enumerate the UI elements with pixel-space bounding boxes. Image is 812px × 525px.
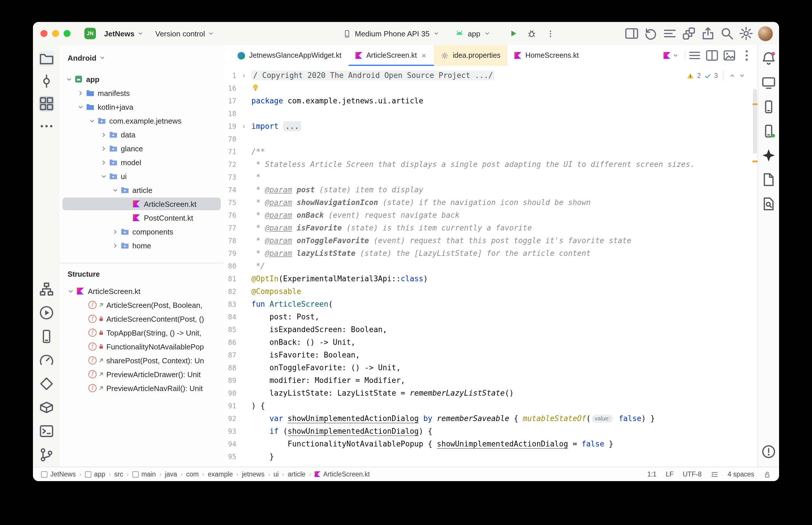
- code-line[interactable]: 82@Composable: [224, 285, 751, 298]
- code-line[interactable]: 75 * @param showNavigationIcon (state) i…: [224, 196, 751, 209]
- structure-item[interactable]: fTopAppBar(String, () -> Unit,: [60, 326, 224, 340]
- code-line[interactable]: 91) {: [224, 400, 751, 412]
- file-encoding[interactable]: UTF-8: [683, 471, 702, 478]
- terminal-toolwindow-button[interactable]: [39, 423, 54, 439]
- chevron-down-icon[interactable]: [484, 30, 491, 37]
- device-manager-button[interactable]: [39, 329, 54, 344]
- structure-root-item[interactable]: ArticleScreen.kt: [60, 284, 224, 298]
- running-devices-button[interactable]: [761, 75, 776, 90]
- code-line[interactable]: 92 var showUnimplementedActionDialog by …: [224, 412, 751, 425]
- chevron-right-icon[interactable]: [100, 131, 107, 138]
- share-icon[interactable]: [700, 26, 715, 41]
- editor-options-button[interactable]: [740, 48, 754, 62]
- debug-button[interactable]: [524, 26, 539, 41]
- breadcrumb-item[interactable]: com: [186, 471, 198, 478]
- code-line[interactable]: 73 *: [224, 171, 751, 184]
- editor-tab[interactable]: JetnewsGlanceAppWidget.kt: [231, 45, 349, 66]
- breadcrumb-item[interactable]: jetnews: [242, 471, 264, 478]
- build-toolwindow-button[interactable]: [39, 281, 54, 297]
- problems-toolwindow-button[interactable]: [761, 444, 776, 459]
- hidden-tabs-dropdown[interactable]: [660, 45, 682, 66]
- vcs-menu[interactable]: Version control: [152, 26, 218, 41]
- chevron-right-icon[interactable]: [112, 242, 119, 249]
- readonly-lock-icon[interactable]: [764, 470, 771, 478]
- avatar[interactable]: [758, 26, 773, 41]
- code-line[interactable]: 77 * @param isFavorite (state) is this i…: [224, 222, 751, 235]
- profiler-button[interactable]: [39, 352, 54, 368]
- breadcrumb-item[interactable]: java: [165, 471, 177, 478]
- code-line[interactable]: 74 * @param post (state) item to display: [224, 184, 751, 196]
- preview-button[interactable]: [722, 48, 736, 62]
- inspections-widget[interactable]: 23: [686, 70, 745, 81]
- code-line[interactable]: 78 * @param onToggleFavorite (event) req…: [224, 235, 751, 247]
- code-line[interactable]: 70: [224, 133, 751, 146]
- code-line[interactable]: 88 onToggleFavorite: () -> Unit,: [224, 362, 751, 374]
- scrollbar-thumb[interactable]: [753, 89, 757, 154]
- code-line[interactable]: 87 isFavorite: Boolean,: [224, 349, 751, 362]
- structure-toolwindow-button[interactable]: [39, 96, 54, 111]
- project-tree-item[interactable]: com.example.jetnews: [60, 114, 224, 127]
- breadcrumb-item[interactable]: main: [132, 471, 156, 478]
- project-tree-item[interactable]: PostContent.kt: [60, 211, 224, 225]
- fold-marker[interactable]: [236, 69, 251, 82]
- breadcrumb-item[interactable]: JetNews: [41, 471, 76, 478]
- code-line[interactable]: 85 isExpandedScreen: Boolean,: [224, 324, 751, 336]
- code-line[interactable]: 19import ...: [224, 120, 751, 133]
- fold-marker[interactable]: [236, 120, 251, 133]
- next-problem-button[interactable]: [739, 72, 745, 79]
- editor-tab[interactable]: idea.properties: [434, 45, 507, 66]
- breadcrumb-item[interactable]: src: [114, 471, 123, 478]
- run-toolwindow-button[interactable]: [39, 305, 54, 320]
- code-line[interactable]: 86 onBack: () -> Unit,: [224, 336, 751, 349]
- code-line[interactable]: 17package com.example.jetnews.ui.article: [224, 95, 751, 107]
- editor-tab[interactable]: HomeScreens.kt: [507, 45, 586, 66]
- version-control-toolwindow-button[interactable]: [39, 447, 54, 463]
- project-tree-item[interactable]: glance: [60, 141, 224, 155]
- code-line[interactable]: 72 * Stateless Article Screen that displ…: [224, 158, 751, 171]
- chevron-down-icon[interactable]: [65, 75, 73, 83]
- editor-tab[interactable]: ArticleScreen.kt: [349, 45, 434, 66]
- minimize-window-button[interactable]: [52, 30, 59, 37]
- code-line[interactable]: 16: [224, 82, 751, 95]
- project-toolwindow-button[interactable]: [39, 51, 54, 66]
- switch-icon[interactable]: [662, 26, 677, 41]
- breadcrumb-item[interactable]: ui: [274, 471, 279, 478]
- code-line[interactable]: 90 lazyListState: LazyListState = rememb…: [224, 387, 751, 400]
- device-manager-right-button[interactable]: [761, 99, 776, 114]
- code-line[interactable]: 81@OptIn(ExperimentalMaterial3Api::class…: [224, 273, 751, 285]
- project-tree-item[interactable]: ui: [60, 169, 224, 183]
- device-selector[interactable]: Medium Phone API 35: [355, 29, 430, 38]
- code-line[interactable]: 79 * @param lazyListState (state) the [L…: [224, 247, 751, 260]
- notifications-button[interactable]: [761, 51, 776, 66]
- editor-list-button[interactable]: [688, 48, 702, 62]
- prev-problem-button[interactable]: [729, 72, 736, 79]
- run-button[interactable]: [506, 26, 521, 41]
- chevron-right-icon[interactable]: [112, 228, 119, 235]
- indent-setting[interactable]: 4 spaces: [728, 471, 754, 478]
- code-line[interactable]: 1/ Copyright 2020 The Android Open Sourc…: [224, 69, 751, 82]
- project-tree-item[interactable]: home: [60, 239, 224, 252]
- code-line[interactable]: 83fun ArticleScreen(: [224, 298, 751, 311]
- breadcrumb-item[interactable]: article: [288, 471, 306, 478]
- revert-icon[interactable]: [643, 26, 658, 41]
- structure-item[interactable]: fArticleScreenContent(Post, (): [60, 312, 224, 326]
- chevron-right-icon[interactable]: [100, 145, 107, 152]
- code-line[interactable]: 89 modifier: Modifier = Modifier,: [224, 374, 751, 387]
- line-separator[interactable]: LF: [666, 471, 674, 478]
- project-tree-item[interactable]: model: [60, 155, 224, 169]
- more-actions-button[interactable]: [543, 26, 558, 41]
- chevron-right-icon[interactable]: [100, 159, 107, 166]
- code-line[interactable]: 80 */: [224, 260, 751, 273]
- chevron-down-icon[interactable]: [88, 117, 96, 124]
- structure-item[interactable]: fArticleScreen(Post, Boolean,: [60, 298, 224, 312]
- project-tree-item[interactable]: app: [60, 72, 224, 86]
- chevron-down-icon[interactable]: [67, 287, 75, 295]
- close-window-button[interactable]: [41, 30, 47, 37]
- layout-icon[interactable]: [624, 26, 639, 41]
- project-tree-item[interactable]: manifests: [60, 86, 224, 100]
- breadcrumb-item[interactable]: app: [85, 471, 105, 478]
- device-explorer-button[interactable]: [39, 400, 54, 415]
- code-line[interactable]: 94 FunctionalityNotAvailablePopup { show…: [224, 438, 751, 450]
- gear-icon[interactable]: [739, 26, 754, 41]
- chevron-down-icon[interactable]: [77, 103, 84, 110]
